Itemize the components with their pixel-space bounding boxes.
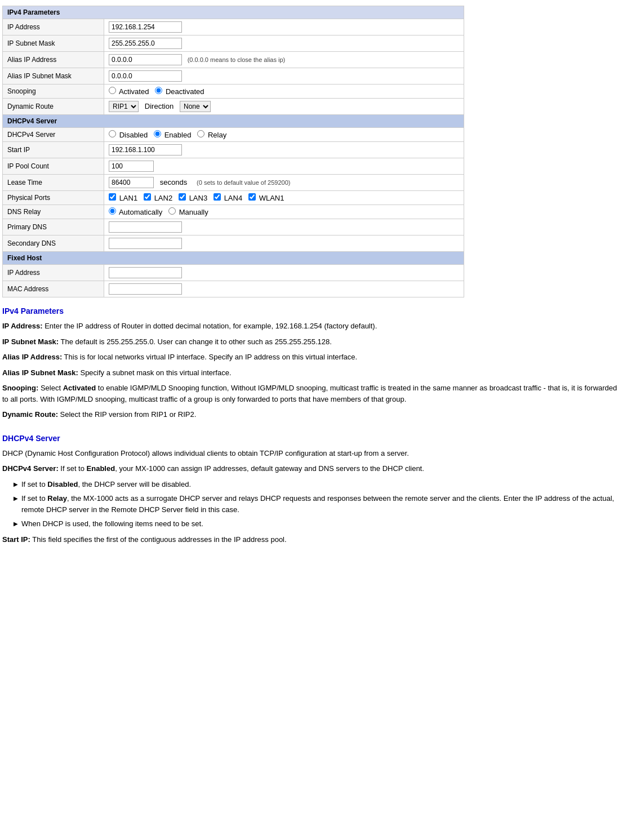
table-row: Start IP	[3, 142, 464, 158]
alias-ip-input[interactable]	[109, 54, 182, 65]
fixed-ip-label: IP Address	[3, 265, 104, 281]
wlan1-checkbox[interactable]	[248, 193, 256, 201]
direction-select[interactable]: None In Out Both	[180, 101, 211, 112]
alias-ip-desc: This is for local networks virtual IP in…	[62, 353, 357, 361]
table-row: Snooping Activated Deactivated	[3, 85, 464, 99]
spacer	[2, 425, 617, 430]
start-ip-value	[104, 142, 464, 158]
lan4-checkbox[interactable]	[214, 193, 221, 201]
alias-ip-bold-label: Alias IP Address:	[2, 353, 62, 361]
fixed-host-label: Fixed Host	[3, 252, 464, 265]
dns-auto-label[interactable]: Automatically	[109, 208, 164, 216]
dhcp-desc-text: DHCP (Dynamic Host Configuration Protoco…	[2, 449, 409, 457]
bullet-when-text: When DHCP is used, the following items n…	[21, 519, 203, 528]
lease-time-label: Lease Time	[3, 175, 104, 191]
alias-mask-para: Alias IP Subnet Mask: Specify a subnet m…	[2, 367, 617, 379]
ip-address-bold-label: IP Address:	[2, 322, 43, 330]
ip-pool-count-input[interactable]	[109, 161, 154, 172]
table-row: Primary DNS	[3, 219, 464, 235]
fixed-host-section-header: Fixed Host	[3, 252, 464, 265]
dhcpv4-server-value: Disabled Enabled Relay	[104, 128, 464, 142]
dhcp-disabled-text: Disabled	[119, 131, 148, 139]
secondary-dns-input[interactable]	[109, 238, 182, 249]
ip-address-label: IP Address	[3, 19, 104, 35]
table-row: MAC Address	[3, 281, 464, 297]
dns-manual-label[interactable]: Manually	[168, 208, 208, 216]
start-ip-input[interactable]	[109, 144, 182, 155]
fixed-ip-input[interactable]	[109, 267, 182, 278]
snooping-deactivated-radio[interactable]	[155, 87, 162, 94]
alias-ip-value: (0.0.0.0 means to close the alias ip)	[104, 52, 464, 68]
lan2-text: LAN2	[154, 194, 173, 202]
dns-manual-radio[interactable]	[168, 207, 176, 215]
fixed-ip-value	[104, 265, 464, 281]
secondary-dns-value	[104, 235, 464, 252]
snooping-bold-label: Snooping:	[2, 384, 38, 392]
ip-address-value	[104, 19, 464, 35]
table-row: Alias IP Address (0.0.0.0 means to close…	[3, 52, 464, 68]
table-row: Dynamic Route RIP1 RIP2 Direction None I…	[3, 99, 464, 115]
snooping-para: Snooping: Select Activated to enable IGM…	[2, 383, 617, 405]
dhcp-server-para: DHCPv4 Server: If set to Enabled, your M…	[2, 463, 617, 474]
lan3-label[interactable]: LAN3	[179, 194, 207, 202]
dhcp-disabled-label[interactable]: Disabled	[109, 131, 150, 139]
ip-subnet-value	[104, 35, 464, 52]
bullet-disabled: If set to Disabled, the DHCP server will…	[14, 479, 617, 490]
snooping-activated-label[interactable]: Activated	[109, 87, 151, 96]
ip-subnet-bold-label: IP Subnet Mask:	[2, 337, 59, 346]
lan4-label[interactable]: LAN4	[214, 194, 242, 202]
dynamic-route-label: Dynamic Route	[3, 99, 104, 115]
start-ip-bold-label: Start IP:	[2, 535, 30, 544]
lan2-checkbox[interactable]	[144, 193, 151, 201]
physical-ports-label: Physical Ports	[3, 191, 104, 205]
relay-bold: Relay	[47, 494, 67, 503]
table-row: Lease Time seconds (0 sets to default va…	[3, 175, 464, 191]
dhcp-relay-text: Relay	[208, 131, 226, 139]
dhcp-enabled-text: Enabled	[164, 131, 192, 139]
ip-address-desc: Enter the IP address of Router in dotted…	[43, 322, 377, 330]
mac-address-label: MAC Address	[3, 281, 104, 297]
ipv4-heading: IPv4 Parameters	[2, 305, 617, 317]
dhcp-section-header: DHCPv4 Server	[3, 115, 464, 128]
snooping-deactivated-label[interactable]: Deactivated	[155, 87, 204, 96]
dhcp-relay-label[interactable]: Relay	[197, 131, 226, 139]
bullet-when: When DHCP is used, the following items n…	[14, 518, 617, 530]
dhcp-disabled-radio[interactable]	[109, 130, 116, 137]
dynamic-route-bold-label: Dynamic Route:	[2, 410, 58, 419]
alias-mask-input[interactable]	[109, 70, 182, 82]
ip-subnet-input[interactable]	[109, 38, 182, 49]
lan3-checkbox[interactable]	[179, 193, 186, 201]
bullet-relay: If set to Relay, the MX-1000 acts as a s…	[14, 493, 617, 515]
wlan1-label[interactable]: WLAN1	[248, 194, 284, 202]
start-ip-desc: This field specifies the first of the co…	[30, 535, 287, 544]
snooping-activated-bold: Activated	[63, 384, 96, 392]
primary-dns-input[interactable]	[109, 221, 182, 233]
ip-address-input[interactable]	[109, 21, 182, 33]
start-ip-para: Start IP: This field specifies the first…	[2, 534, 617, 545]
dns-auto-radio[interactable]	[109, 207, 116, 215]
snooping-value: Activated Deactivated	[104, 85, 464, 99]
doc-section: IPv4 Parameters IP Address: Enter the IP…	[0, 297, 620, 555]
lan4-text: LAN4	[224, 194, 243, 202]
alias-mask-value	[104, 68, 464, 85]
dhcp-section-label: DHCPv4 Server	[3, 115, 464, 128]
table-row: IP Subnet Mask	[3, 35, 464, 52]
alias-ip-para: Alias IP Address: This is for local netw…	[2, 352, 617, 363]
dhcp-enabled-bold: Enabled	[87, 464, 115, 473]
dhcp-bullet-list: If set to Disabled, the DHCP server will…	[2, 479, 617, 530]
dns-auto-text: Automatically	[119, 208, 162, 216]
disabled-bold: Disabled	[47, 480, 78, 488]
lan2-label[interactable]: LAN2	[144, 194, 172, 202]
lan1-checkbox[interactable]	[109, 193, 116, 201]
dhcp-enabled-radio[interactable]	[154, 130, 161, 137]
snooping-activated-radio[interactable]	[109, 87, 116, 94]
mac-address-input[interactable]	[109, 283, 182, 295]
dhcp-relay-radio[interactable]	[197, 130, 204, 137]
lan1-text: LAN1	[119, 194, 138, 202]
dynamic-route-select[interactable]: RIP1 RIP2	[109, 101, 139, 112]
lan1-label[interactable]: LAN1	[109, 194, 137, 202]
alias-mask-bold-label: Alias IP Subnet Mask:	[2, 368, 78, 377]
lease-time-input[interactable]	[109, 177, 154, 188]
dhcp-enabled-label[interactable]: Enabled	[154, 131, 193, 139]
table-row: Alias IP Subnet Mask	[3, 68, 464, 85]
